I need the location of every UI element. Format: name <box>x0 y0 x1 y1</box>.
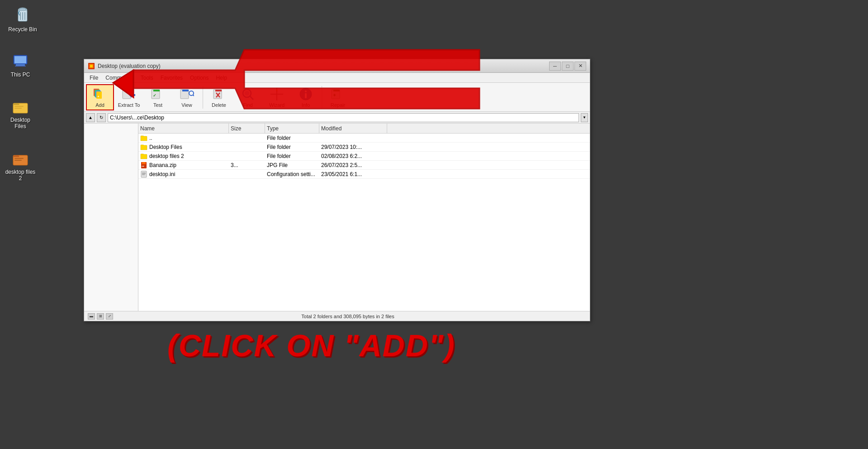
add-icon: + <box>93 87 107 101</box>
file-modified: 23/05/2021 6:1... <box>319 171 387 177</box>
table-row[interactable]: .. File folder <box>138 134 590 143</box>
view-label: View <box>181 102 192 108</box>
ini-icon <box>140 171 147 178</box>
this-pc-svg <box>11 52 29 70</box>
table-row[interactable]: ZIP Banana.zip 3... JPG File 26/07/2023 … <box>138 161 590 170</box>
file-type: File folder <box>265 144 319 150</box>
desktop-files-icon[interactable]: Desktop Files <box>2 95 38 132</box>
nav-up-button[interactable]: ▲ <box>86 113 95 122</box>
wizard-label: Wizard <box>269 102 285 108</box>
svg-rect-52 <box>142 162 146 164</box>
nav-refresh-button[interactable]: ↻ <box>97 113 106 122</box>
delete-button[interactable]: Delete <box>205 84 233 110</box>
info-button[interactable]: Info <box>292 84 320 110</box>
toolbar: + Add Extract To ✓ Test <box>84 83 590 112</box>
wizard-button[interactable]: Wizard <box>263 84 291 110</box>
address-input[interactable] <box>108 113 579 122</box>
status-bar: ▬ ⊞ ⤢ Total 2 folders and 308,095 bytes … <box>84 311 590 321</box>
svg-text:ZIP: ZIP <box>142 165 145 167</box>
table-row[interactable]: Desktop Files File folder 29/07/2023 10:… <box>138 143 590 152</box>
svg-line-34 <box>193 95 194 96</box>
this-pc-icon[interactable]: This PC <box>2 50 38 80</box>
menu-commands[interactable]: Commands <box>102 74 137 82</box>
svg-rect-12 <box>14 108 22 109</box>
svg-rect-32 <box>182 90 189 91</box>
col-header-name[interactable]: Name <box>138 124 229 133</box>
minimize-button[interactable]: ─ <box>549 62 561 71</box>
file-type: File folder <box>265 153 319 159</box>
desktop-files-2-icon[interactable]: desktop files 2 <box>2 147 38 184</box>
toolbar-separator-1 <box>203 86 203 109</box>
menu-file[interactable]: File <box>86 74 102 82</box>
svg-rect-29 <box>153 90 160 91</box>
svg-rect-27 <box>132 94 135 96</box>
menu-bar: File Commands Tools Favorites Options He… <box>84 73 590 83</box>
view-icon <box>180 87 194 101</box>
menu-favorites[interactable]: Favorites <box>157 74 186 82</box>
menu-help[interactable]: Help <box>212 74 231 82</box>
column-headers: Name Size Type Modified <box>138 124 590 134</box>
svg-rect-9 <box>15 66 26 67</box>
zip-icon: ZIP <box>140 162 147 169</box>
find-button[interactable]: Find <box>234 84 262 110</box>
status-btn-1[interactable]: ▬ <box>88 313 95 320</box>
this-pc-label: This PC <box>11 72 30 78</box>
svg-rect-47 <box>305 93 307 98</box>
col-header-modified[interactable]: Modified <box>319 124 387 133</box>
close-button[interactable]: ✕ <box>574 62 586 71</box>
repair-button[interactable]: ✦ Repair <box>324 84 352 110</box>
status-text: Total 2 folders and 308,095 bytes in 2 f… <box>301 314 394 319</box>
svg-rect-2 <box>19 9 26 10</box>
svg-point-46 <box>305 91 307 92</box>
file-type: JPG File <box>265 162 319 168</box>
svg-rect-54 <box>141 171 147 177</box>
delete-label: Delete <box>212 102 226 108</box>
status-left: ▬ ⊞ ⤢ <box>88 313 113 320</box>
file-name: .. <box>149 135 152 141</box>
file-name: Banana.zip <box>149 162 176 168</box>
title-bar-left: Desktop (evaluation copy) <box>88 62 161 70</box>
col-header-type[interactable]: Type <box>265 124 319 133</box>
table-row[interactable]: desktop files 2 File folder 02/08/2023 6… <box>138 152 590 161</box>
file-modified: 29/07/2023 10:... <box>319 144 387 150</box>
recycle-bin-icon[interactable]: Recycle Bin <box>5 5 41 34</box>
file-size: 3... <box>229 162 265 168</box>
status-btn-2[interactable]: ⊞ <box>97 313 104 320</box>
winrar-title-icon <box>88 62 95 70</box>
repair-label: Repair <box>331 102 345 108</box>
svg-rect-7 <box>14 56 26 63</box>
desktop-files-2-svg <box>11 149 29 167</box>
menu-tools[interactable]: Tools <box>137 74 157 82</box>
instruction-text: (CLICK ON "ADD") <box>167 328 455 363</box>
title-bar-controls: ─ □ ✕ <box>549 62 586 71</box>
folder-icon <box>140 153 147 160</box>
recycle-bin-svg <box>14 6 32 24</box>
svg-rect-25 <box>124 90 131 91</box>
recycle-bin-label: Recycle Bin <box>8 26 37 33</box>
svg-rect-36 <box>215 90 222 91</box>
file-name: Desktop Files <box>149 144 182 150</box>
file-modified: 26/07/2023 2:5... <box>319 162 387 168</box>
status-btn-3[interactable]: ⤢ <box>106 313 113 320</box>
svg-line-40 <box>250 96 254 100</box>
folder-tree <box>84 124 138 311</box>
svg-rect-14 <box>14 158 24 159</box>
col-header-size[interactable]: Size <box>229 124 265 133</box>
extract-to-button[interactable]: Extract To <box>115 84 143 110</box>
folder-icon <box>140 143 147 151</box>
svg-rect-8 <box>16 64 25 66</box>
folder-up-icon <box>140 134 147 142</box>
maximize-button[interactable]: □ <box>562 62 574 71</box>
info-label: Info <box>302 102 310 108</box>
find-label: Find <box>243 102 252 108</box>
test-button[interactable]: ✓ Test <box>144 84 172 110</box>
add-button[interactable]: + Add <box>86 84 114 110</box>
address-dropdown[interactable]: ▼ <box>581 113 588 122</box>
view-button[interactable]: View <box>173 84 201 110</box>
file-type: Configuration setti... <box>265 171 319 177</box>
table-row[interactable]: desktop.ini Configuration setti... 23/05… <box>138 170 590 179</box>
file-name: desktop.ini <box>149 171 175 177</box>
file-list: Name Size Type Modified .. File folder <box>138 124 590 311</box>
file-type: File folder <box>265 135 319 141</box>
menu-options[interactable]: Options <box>186 74 212 82</box>
